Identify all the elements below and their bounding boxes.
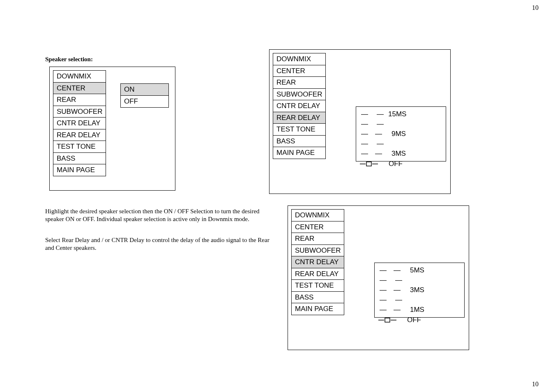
svg-rect-4: [385, 318, 390, 322]
tick-icon: —: [361, 120, 368, 128]
tick-icon: —: [361, 110, 368, 118]
menu-cntr-delay[interactable]: CNTR DELAY: [273, 100, 326, 112]
delay-9ms[interactable]: 9MS: [391, 130, 406, 138]
option-off[interactable]: OFF: [120, 95, 169, 108]
menu-main-page[interactable]: MAIN PAGE: [53, 164, 106, 176]
menu-bass[interactable]: BASS: [291, 291, 344, 304]
on-off-options: ON OFF: [120, 83, 169, 107]
menu-test-tone[interactable]: TEST TONE: [273, 123, 326, 136]
tick-icon: —: [394, 266, 401, 274]
tick-icon: —: [380, 266, 387, 274]
menu-bass[interactable]: BASS: [273, 135, 326, 148]
tick-icon: —: [377, 120, 384, 128]
tick-icon: —: [395, 296, 402, 304]
menu-rear[interactable]: REAR: [53, 94, 106, 106]
tick-icon: —: [361, 140, 368, 148]
option-on[interactable]: ON: [120, 83, 169, 96]
menu-rear-delay[interactable]: REAR DELAY: [273, 112, 326, 124]
tick-icon: —: [375, 150, 382, 158]
delay-3ms[interactable]: 3MS: [391, 150, 406, 158]
menu-rear-delay[interactable]: REAR DELAY: [291, 268, 344, 280]
tick-icon: —: [394, 286, 401, 294]
menu-center[interactable]: CENTER: [53, 82, 106, 95]
body-paragraph-1: Highlight the desired speaker selection …: [45, 208, 279, 223]
section-heading: Speaker selection:: [45, 56, 93, 63]
tick-icon: —: [395, 276, 402, 284]
menu-cntr-delay[interactable]: CNTR DELAY: [291, 256, 344, 268]
delay-15ms[interactable]: 15MS: [388, 110, 406, 118]
menu-list: DOWNMIX CENTER REAR SUBWOOFER CNTR DELAY…: [273, 53, 326, 159]
tick-icon: —: [380, 306, 387, 314]
delay-3ms[interactable]: 3MS: [410, 286, 424, 294]
speaker-menu-panel-center: DOWNMIX CENTER REAR SUBWOOFER CNTR DELAY…: [49, 67, 175, 191]
menu-subwoofer[interactable]: SUBWOOFER: [53, 106, 106, 118]
tick-icon: —: [377, 110, 384, 118]
delay-1ms[interactable]: 1MS: [410, 306, 424, 314]
tick-icon: —: [377, 140, 384, 148]
tick-icon: —: [380, 286, 387, 294]
tick-icon: —: [394, 306, 401, 314]
body-paragraph-2: Select Rear Delay and / or CNTR Delay to…: [45, 236, 279, 252]
slider-box: — — 5MS — — — — 3MS — — — — 1MS: [374, 263, 465, 318]
menu-rear[interactable]: REAR: [291, 233, 344, 245]
menu-test-tone[interactable]: TEST TONE: [53, 141, 106, 153]
menu-downmix[interactable]: DOWNMIX: [273, 53, 326, 65]
menu-cntr-delay[interactable]: CNTR DELAY: [53, 117, 106, 129]
menu-bass[interactable]: BASS: [53, 152, 106, 165]
speaker-menu-panel-cntr-delay: DOWNMIX CENTER REAR SUBWOOFER CNTR DELAY…: [288, 205, 469, 350]
tick-icon: —: [380, 296, 387, 304]
delay-5ms[interactable]: 5MS: [410, 266, 424, 274]
menu-main-page[interactable]: MAIN PAGE: [291, 303, 344, 315]
menu-list: DOWNMIX CENTER REAR SUBWOOFER CNTR DELAY…: [291, 209, 344, 315]
menu-rear[interactable]: REAR: [273, 76, 326, 89]
speaker-menu-panel-rear-delay: DOWNMIX CENTER REAR SUBWOOFER CNTR DELAY…: [269, 49, 451, 194]
menu-downmix[interactable]: DOWNMIX: [53, 70, 106, 83]
menu-rear-delay[interactable]: REAR DELAY: [53, 129, 106, 141]
tick-icon: —: [361, 150, 368, 158]
menu-downmix[interactable]: DOWNMIX: [291, 209, 344, 221]
menu-subwoofer[interactable]: SUBWOOFER: [291, 244, 344, 257]
delay-slider-rear: — — 15MS — — — — 9MS — — — — 3MS: [356, 106, 446, 170]
tick-icon: —: [375, 130, 382, 138]
menu-test-tone[interactable]: TEST TONE: [291, 279, 344, 292]
tick-icon: —: [380, 276, 387, 284]
tick-icon: —: [361, 130, 368, 138]
menu-center[interactable]: CENTER: [291, 221, 344, 233]
svg-rect-1: [366, 162, 371, 166]
menu-center[interactable]: CENTER: [273, 65, 326, 77]
slider-box: — — 15MS — — — — 9MS — — — — 3MS: [356, 106, 446, 161]
menu-subwoofer[interactable]: SUBWOOFER: [273, 88, 326, 101]
menu-main-page[interactable]: MAIN PAGE: [273, 147, 326, 159]
page-number-bottom: 10: [532, 380, 539, 388]
delay-slider-cntr: — — 5MS — — — — 3MS — — — — 1MS: [374, 263, 465, 326]
page-number-top: 10: [532, 4, 539, 12]
menu-list: DOWNMIX CENTER REAR SUBWOOFER CNTR DELAY…: [53, 70, 106, 176]
